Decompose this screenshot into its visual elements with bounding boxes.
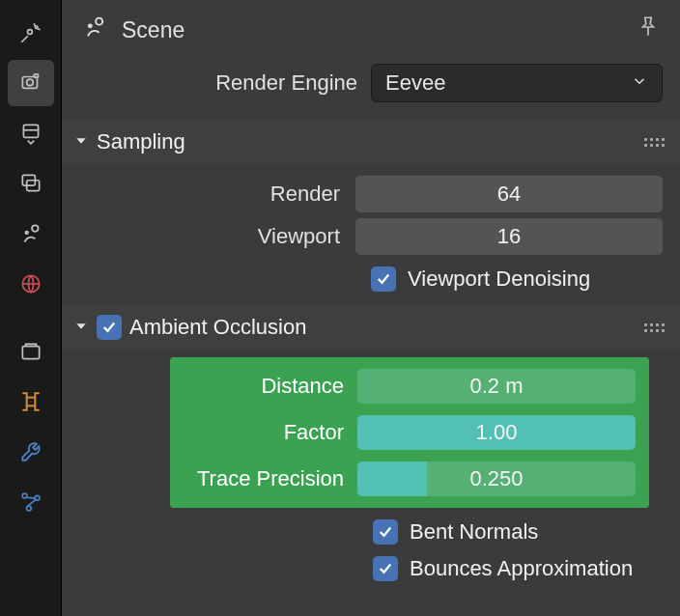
svg-rect-1: [22, 77, 37, 89]
tab-object[interactable]: [8, 378, 54, 425]
sampling-viewport-label: Viewport: [75, 224, 355, 249]
drag-handle-icon[interactable]: [644, 323, 665, 332]
bounces-approximation-row: Bounces Approximation: [62, 556, 680, 581]
render-engine-value: Eevee: [385, 70, 445, 96]
tab-tool[interactable]: [8, 10, 54, 56]
drag-handle-icon[interactable]: [644, 138, 665, 147]
tab-render[interactable]: [8, 60, 54, 106]
svg-point-2: [26, 79, 33, 86]
sampling-body: Render 64 Viewport 16 Viewport Denoising: [62, 164, 680, 297]
ao-precision-row: Trace Precision 0.250: [184, 462, 636, 496]
render-engine-select[interactable]: Eevee: [371, 64, 663, 102]
pin-icon[interactable]: [636, 14, 661, 45]
viewport-denoising-row: Viewport Denoising: [75, 266, 663, 292]
sampling-render-field[interactable]: 64: [355, 176, 663, 212]
sampling-render-row: Render 64: [75, 176, 663, 212]
sampling-render-label: Render: [75, 182, 355, 207]
ao-factor-row: Factor 1.00: [184, 415, 636, 450]
ao-factor-label: Factor: [184, 420, 357, 445]
properties-panel: Scene Render Engine Eevee Sampling Rende…: [62, 0, 680, 616]
ao-enable-checkbox[interactable]: [97, 315, 122, 340]
sampling-viewport-field[interactable]: 16: [355, 218, 663, 255]
svg-point-0: [27, 30, 32, 35]
ao-distance-field[interactable]: 0.2 m: [357, 369, 636, 404]
render-engine-row: Render Engine Eevee: [62, 64, 680, 120]
svg-rect-4: [23, 125, 38, 137]
bounces-approximation-checkbox[interactable]: [373, 556, 398, 581]
svg-point-8: [25, 232, 28, 235]
ao-highlight-block: Distance 0.2 m Factor 1.00 Trace Precisi…: [170, 357, 649, 508]
svg-point-14: [26, 506, 31, 511]
bent-normals-row: Bent Normals: [62, 519, 680, 545]
tab-world[interactable]: [8, 261, 54, 307]
disclosure-icon: [73, 315, 89, 340]
scene-icon: [81, 14, 108, 46]
bent-normals-checkbox[interactable]: [373, 519, 398, 545]
ao-precision-label: Trace Precision: [184, 466, 357, 491]
ao-title: Ambient Occlusion: [129, 315, 306, 340]
svg-rect-3: [34, 74, 38, 77]
tab-view-layer[interactable]: [8, 160, 54, 207]
tab-modifiers[interactable]: [8, 429, 54, 475]
chevron-down-icon: [631, 70, 648, 96]
sampling-viewport-row: Viewport 16: [75, 218, 663, 255]
viewport-denoising-label: Viewport Denoising: [408, 266, 590, 292]
svg-point-16: [89, 24, 92, 27]
ao-header[interactable]: Ambient Occlusion: [62, 305, 680, 350]
ao-distance-row: Distance 0.2 m: [184, 369, 636, 404]
sampling-title: Sampling: [97, 129, 185, 154]
panel-header: Scene: [62, 0, 680, 64]
viewport-denoising-checkbox[interactable]: [371, 266, 396, 292]
svg-point-7: [32, 225, 39, 232]
ao-distance-label: Distance: [184, 374, 357, 399]
sampling-header[interactable]: Sampling: [62, 120, 680, 164]
tab-output[interactable]: [8, 110, 54, 156]
svg-rect-10: [22, 347, 39, 359]
svg-point-15: [96, 18, 102, 25]
ao-factor-field[interactable]: 1.00: [357, 415, 636, 450]
header-title: Scene: [122, 17, 184, 43]
bent-normals-label: Bent Normals: [410, 519, 538, 545]
ao-precision-field[interactable]: 0.250: [357, 462, 636, 496]
tab-particles[interactable]: [8, 479, 54, 525]
properties-tabs: [0, 0, 62, 616]
render-engine-label: Render Engine: [62, 70, 371, 96]
bounces-approximation-label: Bounces Approximation: [410, 556, 633, 581]
tab-collection[interactable]: [8, 328, 54, 375]
disclosure-icon: [73, 129, 89, 154]
tab-scene[interactable]: [8, 210, 54, 257]
svg-rect-11: [26, 398, 35, 406]
